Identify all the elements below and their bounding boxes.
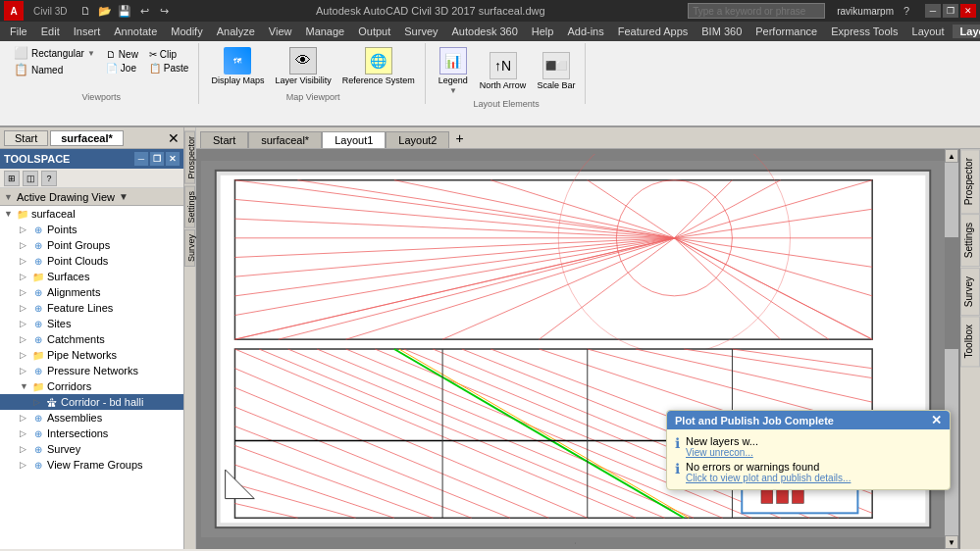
- tree-item-intersections[interactable]: ▷ ⊕ Intersections: [0, 426, 183, 441]
- scroll-up-btn[interactable]: ▲: [945, 149, 958, 163]
- menu-analyze[interactable]: Analyze: [211, 25, 261, 38]
- close-btn[interactable]: ✕: [960, 4, 976, 18]
- paste-btn[interactable]: 📋 Paste: [145, 62, 193, 75]
- point-clouds-expand[interactable]: ▷: [20, 256, 29, 266]
- tree-item-surfaces[interactable]: ▷ 📁 Surfaces: [0, 269, 183, 284]
- view-frame-groups-expand[interactable]: ▷: [20, 460, 29, 470]
- ts-minimize-btn[interactable]: ─: [134, 152, 148, 166]
- clip-btn[interactable]: ✂ Clip: [145, 48, 193, 61]
- tree-item-view-frame-groups[interactable]: ▷ ⊕ View Frame Groups: [0, 457, 183, 473]
- qa-save-btn[interactable]: 💾: [116, 2, 133, 20]
- left-vtab-survey[interactable]: Survey: [184, 229, 195, 267]
- sites-expand[interactable]: ▷: [20, 319, 29, 328]
- tree-item-corridors[interactable]: ▼ 📁 Corridors: [0, 378, 183, 394]
- right-vtab-survey[interactable]: Survey: [960, 268, 980, 316]
- menu-modify[interactable]: Modify: [165, 25, 208, 38]
- right-vtab-settings[interactable]: Settings: [960, 214, 980, 267]
- tree-item-catchments[interactable]: ▷ ⊕ Catchments: [0, 331, 183, 347]
- expand-icon[interactable]: ▼: [4, 209, 14, 219]
- tree-item-survey[interactable]: ▷ ⊕ Survey: [0, 441, 183, 457]
- menu-survey[interactable]: Survey: [398, 25, 443, 38]
- menu-featured[interactable]: Featured Apps: [612, 25, 695, 38]
- menu-file[interactable]: File: [4, 25, 33, 38]
- tab-start[interactable]: Start: [4, 130, 48, 146]
- scroll-down-btn[interactable]: ▼: [945, 535, 958, 549]
- menu-view[interactable]: View: [263, 25, 298, 38]
- intersections-expand[interactable]: ▷: [20, 428, 29, 438]
- layer-visibility-btn[interactable]: 👁 Layer Visibility: [271, 45, 335, 87]
- tree-root-surfaceal[interactable]: ▼ 📁 surfaceal: [0, 206, 183, 222]
- point-groups-expand[interactable]: ▷: [20, 240, 29, 250]
- tree-item-point-groups[interactable]: ▷ ⊕ Point Groups: [0, 237, 183, 253]
- tree-item-corridor-bd[interactable]: ▷ 🛣 Corridor - bd halli: [0, 394, 183, 410]
- pressure-networks-expand[interactable]: ▷: [20, 366, 29, 376]
- new-btn[interactable]: 🗋 New: [102, 48, 142, 61]
- ts-icon-btn3[interactable]: ?: [41, 171, 57, 186]
- rectangular-dropdown[interactable]: ▼: [87, 49, 95, 58]
- named-btn[interactable]: 📋 Named: [10, 62, 99, 77]
- corridor-bd-expand[interactable]: ▷: [33, 397, 43, 407]
- qa-open-btn[interactable]: 📂: [96, 2, 114, 20]
- canvas-tab-layout2[interactable]: Layout2: [386, 131, 449, 148]
- display-maps-btn[interactable]: 🗺 Display Maps: [207, 45, 268, 87]
- qa-redo-btn[interactable]: ↪: [155, 2, 173, 20]
- scale-bar-btn[interactable]: ⬛⬜ Scale Bar: [533, 50, 579, 92]
- points-expand[interactable]: ▷: [20, 225, 29, 234]
- app-logo[interactable]: A: [4, 1, 24, 21]
- ts-icon-btn1[interactable]: ⊞: [4, 171, 20, 186]
- menu-help[interactable]: Help: [526, 25, 560, 38]
- minimize-btn[interactable]: ─: [925, 4, 941, 18]
- tree-item-sites[interactable]: ▷ ⊕ Sites: [0, 316, 183, 331]
- qa-undo-btn[interactable]: ↩: [135, 2, 153, 20]
- rectangular-btn[interactable]: ⬜ Rectangular ▼: [10, 45, 99, 61]
- menu-addins[interactable]: Add-ins: [561, 25, 609, 38]
- assemblies-expand[interactable]: ▷: [20, 413, 29, 423]
- menu-edit[interactable]: Edit: [35, 25, 66, 38]
- menu-express[interactable]: Express Tools: [825, 25, 903, 38]
- menu-performance[interactable]: Performance: [749, 25, 823, 38]
- tree-item-feature-lines[interactable]: ▷ ⊕ Feature Lines: [0, 300, 183, 316]
- menu-output[interactable]: Output: [352, 25, 396, 38]
- tree-item-pipe-networks[interactable]: ▷ 📁 Pipe Networks: [0, 347, 183, 363]
- menu-manage[interactable]: Manage: [299, 25, 350, 38]
- restore-btn[interactable]: ❐: [943, 4, 958, 18]
- tab-close-icon[interactable]: ✕: [168, 130, 180, 146]
- canvas-tab-add[interactable]: +: [449, 128, 469, 148]
- corridors-expand[interactable]: ▼: [20, 381, 29, 391]
- legend-btn[interactable]: 📊 Legend ▼: [434, 45, 473, 97]
- tab-surfaceal[interactable]: surfaceal*: [50, 130, 124, 146]
- left-vtab-settings[interactable]: Settings: [184, 186, 195, 228]
- expand-arrow[interactable]: ▼: [4, 192, 13, 202]
- tree-item-points[interactable]: ▷ ⊕ Points: [0, 222, 183, 237]
- right-vtab-toolbox[interactable]: Toolbox: [960, 316, 980, 367]
- pipe-networks-expand[interactable]: ▷: [20, 350, 29, 360]
- reference-system-btn[interactable]: 🌐 Reference System: [338, 45, 419, 87]
- menu-bim360[interactable]: BIM 360: [696, 25, 748, 38]
- scroll-thumb[interactable]: [945, 237, 958, 349]
- canvas-tab-surfaceal[interactable]: surfaceal*: [248, 131, 322, 148]
- menu-autodesk360[interactable]: Autodesk 360: [446, 25, 524, 38]
- surfaces-expand[interactable]: ▷: [20, 272, 29, 281]
- feature-lines-expand[interactable]: ▷: [20, 303, 29, 313]
- menu-layout[interactable]: Layout: [906, 25, 951, 38]
- publish-link[interactable]: Click to view plot and publish details..…: [686, 473, 851, 483]
- left-vtab-prospector[interactable]: Prospector: [184, 131, 195, 184]
- tree-item-assemblies[interactable]: ▷ ⊕ Assemblies: [0, 410, 183, 426]
- catchments-expand[interactable]: ▷: [20, 334, 29, 344]
- ts-restore-btn[interactable]: ❐: [150, 152, 164, 166]
- survey-tree-expand[interactable]: ▷: [20, 444, 29, 454]
- canvas-tab-layout1[interactable]: Layout1: [322, 131, 386, 148]
- joe-btn[interactable]: 📄 Joe: [102, 62, 142, 75]
- help-btn[interactable]: ?: [898, 2, 915, 20]
- ts-icon-btn2[interactable]: ◫: [23, 171, 38, 186]
- active-view-dropdown[interactable]: ▼: [119, 191, 129, 202]
- ts-close-btn[interactable]: ✕: [166, 152, 180, 166]
- unrecon-link[interactable]: View unrecon...: [686, 447, 758, 458]
- menu-annotate[interactable]: Annotate: [108, 25, 163, 38]
- alignments-expand[interactable]: ▷: [20, 287, 29, 297]
- tree-item-point-clouds[interactable]: ▷ ⊕ Point Clouds: [0, 253, 183, 269]
- global-search-input[interactable]: [688, 3, 825, 19]
- menu-layout-tools[interactable]: Layout Tools: [953, 25, 980, 38]
- right-vtab-prospector[interactable]: Prospector: [960, 149, 980, 214]
- canvas-tab-start[interactable]: Start: [200, 131, 248, 148]
